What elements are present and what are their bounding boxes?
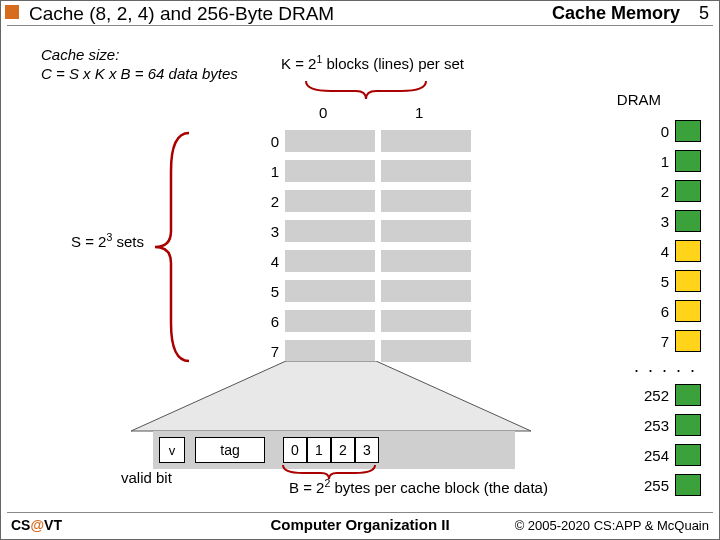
s-post: sets bbox=[112, 233, 144, 250]
cache-line bbox=[381, 280, 471, 302]
cache-row-0: 0 bbox=[261, 133, 279, 150]
cache-size-label: Cache size: C = S x K x B = 64 data byte… bbox=[41, 46, 238, 84]
cache-row-1: 1 bbox=[261, 163, 279, 180]
dram-byte bbox=[675, 414, 701, 436]
cache-line bbox=[285, 310, 375, 332]
k-pre: K = 2 bbox=[281, 55, 316, 72]
byte-1: 1 bbox=[307, 437, 331, 463]
cache-row-6: 6 bbox=[261, 313, 279, 330]
valid-bit-label: valid bit bbox=[121, 469, 172, 486]
byte-3: 3 bbox=[355, 437, 379, 463]
dram-byte bbox=[675, 210, 701, 232]
dram-ellipsis: . . . . . bbox=[634, 356, 701, 380]
dram-1: 1 bbox=[639, 153, 669, 170]
cache-row-5: 5 bbox=[261, 283, 279, 300]
page-number: 5 bbox=[691, 3, 709, 24]
dram-4: 4 bbox=[639, 243, 669, 260]
cache-line bbox=[285, 190, 375, 212]
dram-2: 2 bbox=[639, 183, 669, 200]
accent-square bbox=[5, 5, 19, 19]
cache-row-7: 7 bbox=[261, 343, 279, 360]
dram-7: 7 bbox=[639, 333, 669, 350]
s-label: S = 23 sets bbox=[71, 231, 144, 250]
footer-right: © 2005-2020 CS:APP & McQuain bbox=[515, 518, 709, 533]
brace-k bbox=[301, 79, 431, 101]
cache-col-1: 1 bbox=[415, 104, 423, 121]
dram-253: 253 bbox=[639, 417, 669, 434]
b-pre: B = 2 bbox=[289, 479, 324, 496]
dram-byte bbox=[675, 300, 701, 322]
data-bytes: 0 1 2 3 bbox=[283, 437, 379, 463]
dram-6: 6 bbox=[639, 303, 669, 320]
dram-5: 5 bbox=[639, 273, 669, 290]
top-rule bbox=[7, 25, 713, 26]
dram-byte bbox=[675, 444, 701, 466]
cache-line bbox=[381, 130, 471, 152]
tag-box: tag bbox=[195, 437, 265, 463]
dram-byte bbox=[675, 120, 701, 142]
brace-sets bbox=[151, 131, 191, 363]
cache-line bbox=[285, 280, 375, 302]
cache-row-4: 4 bbox=[261, 253, 279, 270]
b-label: B = 22 bytes per cache block (the data) bbox=[289, 477, 548, 496]
s-pre: S = 2 bbox=[71, 233, 106, 250]
cache-line bbox=[381, 250, 471, 272]
cache-size-formula: C = S x K x B = 64 data bytes bbox=[41, 65, 238, 82]
dram-3: 3 bbox=[639, 213, 669, 230]
b-post: bytes per cache block (the data) bbox=[330, 479, 548, 496]
cache-line bbox=[381, 310, 471, 332]
svg-marker-0 bbox=[131, 361, 531, 431]
valid-bit-box: v bbox=[159, 437, 185, 463]
byte-2: 2 bbox=[331, 437, 355, 463]
dram-254: 254 bbox=[639, 447, 669, 464]
k-post: blocks (lines) per set bbox=[322, 55, 464, 72]
cache-line bbox=[381, 340, 471, 362]
bottom-rule bbox=[7, 512, 713, 513]
slide-title: Cache (8, 2, 4) and 256-Byte DRAM bbox=[29, 3, 334, 25]
dram-byte bbox=[675, 270, 701, 292]
dram-byte bbox=[675, 180, 701, 202]
cache-line bbox=[381, 190, 471, 212]
dram-0: 0 bbox=[639, 123, 669, 140]
dram-byte bbox=[675, 474, 701, 496]
dram-byte bbox=[675, 330, 701, 352]
dram-byte bbox=[675, 384, 701, 406]
dram-column: 0 1 2 3 4 5 6 7 . . . . . 252 253 254 25… bbox=[634, 116, 701, 500]
header-right: Cache Memory 5 bbox=[552, 3, 709, 24]
cache-line bbox=[285, 250, 375, 272]
k-label: K = 21 blocks (lines) per set bbox=[281, 53, 464, 72]
byte-0: 0 bbox=[283, 437, 307, 463]
cache-row-2: 2 bbox=[261, 193, 279, 210]
cache-line bbox=[381, 160, 471, 182]
dram-255: 255 bbox=[639, 477, 669, 494]
dram-label: DRAM bbox=[617, 91, 661, 108]
cache-row-3: 3 bbox=[261, 223, 279, 240]
cache-line bbox=[285, 160, 375, 182]
dram-byte bbox=[675, 150, 701, 172]
cache-size-caption: Cache size: bbox=[41, 46, 119, 63]
cache-line bbox=[285, 220, 375, 242]
dram-byte bbox=[675, 240, 701, 262]
cache-line bbox=[285, 340, 375, 362]
cache-line bbox=[381, 220, 471, 242]
dram-252: 252 bbox=[639, 387, 669, 404]
cache-line bbox=[285, 130, 375, 152]
zoom-tail bbox=[379, 437, 509, 463]
cache-col-0: 0 bbox=[319, 104, 327, 121]
section-name: Cache Memory bbox=[552, 3, 680, 23]
cache-grid: 0 1 0 1 2 3 4 5 6 7 bbox=[261, 126, 477, 366]
